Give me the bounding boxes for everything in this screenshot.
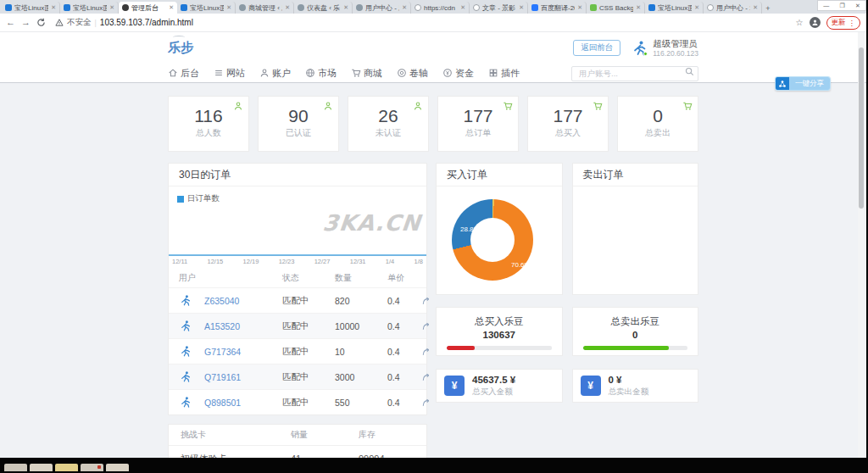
bookmark-star-icon[interactable]: ☆ <box>796 18 804 27</box>
reload-icon[interactable] <box>36 18 46 27</box>
tab-close-icon[interactable]: ✕ <box>343 4 348 11</box>
tab-baota-4[interactable]: 宝塔Linux面✕ <box>645 2 704 14</box>
bean-bar-fill <box>583 346 669 350</box>
taskbar-button[interactable] <box>4 464 27 471</box>
tab-baota-3[interactable]: 宝塔Linux面✕ <box>177 2 236 14</box>
nav-item-mall[interactable]: 商城 <box>351 67 382 80</box>
taskbar-button[interactable] <box>55 464 78 471</box>
tab-article[interactable]: 文章 - 景影✕ <box>470 2 528 14</box>
order-user-link[interactable]: A153520 <box>204 321 282 331</box>
tab-close-icon[interactable]: ✕ <box>753 4 758 11</box>
baota-icon <box>181 4 187 11</box>
tab-close-icon[interactable]: ✕ <box>285 4 290 11</box>
plugin-icon <box>488 68 498 78</box>
tab-close-icon[interactable]: ✕ <box>577 4 582 11</box>
tab-close-icon[interactable]: ✕ <box>226 4 231 11</box>
runner-icon <box>179 370 204 383</box>
tab-close-icon[interactable]: ✕ <box>460 4 465 11</box>
admin-avatar <box>631 40 648 57</box>
tab-close-icon[interactable]: ✕ <box>519 4 524 11</box>
new-tab-button[interactable]: + <box>762 3 774 14</box>
search-icon[interactable] <box>685 67 694 76</box>
globe-icon <box>707 4 714 11</box>
order-status: 匹配中 <box>282 371 335 383</box>
amount-label: 总卖出金额 <box>609 387 649 398</box>
page-scrollbar[interactable] <box>858 32 865 458</box>
order-user-link[interactable]: Q898501 <box>204 398 282 408</box>
table-row[interactable]: G717364 匹配中 10 0.4 <box>169 338 426 364</box>
forward-icon[interactable]: → <box>21 18 31 27</box>
tab-close-icon[interactable]: ✕ <box>51 4 56 11</box>
address-url[interactable]: 103.59.103.7/admin.html <box>100 18 193 27</box>
close-icon[interactable]: ✕ <box>855 3 860 9</box>
detail-arrow-icon[interactable] <box>421 398 431 407</box>
tab-dashboard[interactable]: 仪表盘 ‹ 乐✕ <box>294 2 353 14</box>
order-user-link[interactable]: Q719161 <box>204 372 282 382</box>
detail-arrow-icon[interactable] <box>421 321 431 331</box>
address-divider: | <box>95 19 97 27</box>
nav-item-market[interactable]: 市场 <box>305 67 337 80</box>
table-row[interactable]: Z635040 匹配中 820 0.4 <box>169 287 426 313</box>
search-input[interactable] <box>571 66 698 81</box>
browser-profile-avatar[interactable] <box>810 17 821 28</box>
nav-item-website[interactable]: 网站 <box>214 67 245 80</box>
scroll-icon <box>397 68 407 78</box>
runner-icon <box>179 320 204 332</box>
table-row[interactable]: 初级体验卡 41 99994 <box>169 446 426 458</box>
taskbar-button[interactable] <box>30 464 53 471</box>
table-row[interactable]: A153520 匹配中 10000 0.4 <box>169 313 426 338</box>
share-widget-label: 一键分享 <box>789 77 830 90</box>
taskbar-button[interactable] <box>106 464 129 471</box>
tab-shop-admin[interactable]: 商城管理 ‹ 乐✕ <box>236 2 294 14</box>
stat-label: 总买入 <box>528 127 608 139</box>
tab-close-icon[interactable]: ✕ <box>636 4 641 11</box>
nav-item-scroll[interactable]: 卷轴 <box>397 67 428 80</box>
nav-item-backend[interactable]: 后台 <box>168 67 199 80</box>
baota-icon <box>648 4 655 11</box>
tab-close-icon[interactable]: ✕ <box>402 4 407 11</box>
site-icon <box>122 4 129 11</box>
scrollbar-thumb[interactable] <box>859 47 864 209</box>
tab-css-background[interactable]: CSS Backgr✕ <box>587 2 645 14</box>
chrome-update-button[interactable]: 更新 ⋮ <box>826 16 861 30</box>
tab-close-icon[interactable]: ✕ <box>169 4 174 11</box>
order-user-link[interactable]: Z635040 <box>204 296 282 306</box>
online-status-dot <box>643 52 648 56</box>
admin-page: 乐步 返回前台 超级管理员 116.20.60.123 <box>0 32 866 458</box>
tab-close-icon[interactable]: ✕ <box>109 4 114 11</box>
detail-arrow-icon[interactable] <box>421 347 431 356</box>
taskbar-button[interactable] <box>81 464 103 471</box>
person-icon <box>413 101 423 111</box>
nav-item-funds[interactable]: 资金 <box>442 67 474 80</box>
nav-item-account[interactable]: 账户 <box>259 67 291 80</box>
security-chip[interactable]: 不安全 | 103.59.103.7/admin.html <box>55 17 193 28</box>
taskbar-buttons[interactable] <box>4 464 129 471</box>
tab-user-center-2[interactable]: 用户中心 - 1✕ <box>704 2 762 14</box>
tab-baota-1[interactable]: 宝塔Linux面✕ <box>2 2 60 14</box>
kebab-menu-icon[interactable]: ⋮ <box>849 19 856 27</box>
detail-arrow-icon[interactable] <box>421 296 431 305</box>
detail-arrow-icon[interactable] <box>421 372 431 381</box>
tab-baota-2[interactable]: 宝塔Linux面✕ <box>60 2 119 14</box>
sell-orders-title: 卖出订单 <box>573 164 698 186</box>
nav-item-plugins[interactable]: 插件 <box>488 67 520 80</box>
stat-total-sells: 0 总卖出 <box>617 96 698 152</box>
restore-icon[interactable]: ❐ <box>839 3 844 9</box>
table-row[interactable]: Q898501 匹配中 550 0.4 <box>169 389 426 415</box>
minimize-icon[interactable]: — <box>823 3 829 8</box>
tab-cdn[interactable]: https://cdn✕ <box>411 2 470 14</box>
table-row[interactable]: Q719161 匹配中 3000 0.4 <box>169 364 426 389</box>
admin-account[interactable]: 超级管理员 116.20.60.123 <box>631 38 698 58</box>
chart-legend[interactable]: 日订单数 <box>177 193 418 204</box>
tab-user-center-1[interactable]: 用户中心 - 乐✕ <box>353 2 411 14</box>
admin-name: 超级管理员 <box>653 38 698 49</box>
back-icon[interactable]: ← <box>6 18 15 27</box>
tab-close-icon[interactable]: ✕ <box>694 4 699 11</box>
back-to-front-button[interactable]: 返回前台 <box>573 40 620 56</box>
share-float-widget[interactable]: 一键分享 <box>775 76 831 91</box>
tab-admin-active[interactable]: 管理后台✕ <box>119 2 177 14</box>
site-logo[interactable]: 乐步 <box>168 40 193 56</box>
tab-baidu-translate[interactable]: 百度翻译-20✕ <box>528 2 587 14</box>
order-user-link[interactable]: G717364 <box>204 347 282 357</box>
person-icon <box>323 101 333 111</box>
